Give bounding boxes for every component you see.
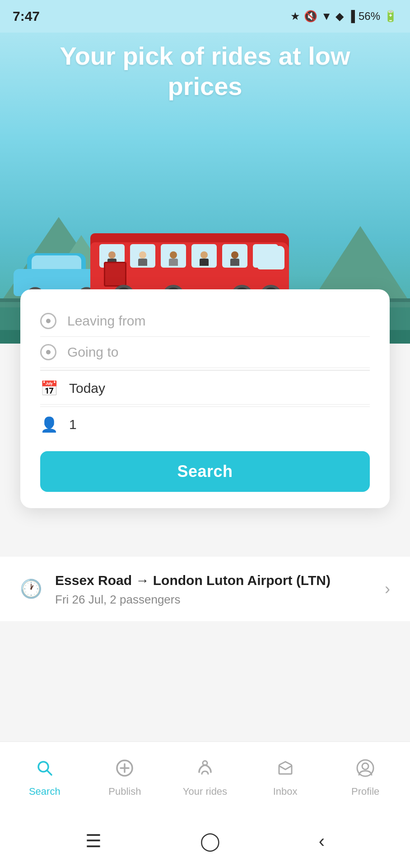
search-card: Leaving from Going to 📅 Today 👤 1 Search	[20, 289, 390, 508]
nav-item-inbox[interactable]: Inbox	[245, 754, 326, 802]
leaving-from-icon	[40, 313, 56, 329]
battery-percent: 56%	[359, 10, 380, 23]
bus-front-window	[257, 246, 284, 269]
svg-point-7	[362, 763, 368, 769]
bus-windows	[99, 242, 280, 269]
status-icons: ★ 🔇 ▼ ◆ ▐ 56% 🔋	[290, 10, 397, 23]
recent-ride[interactable]: 🕐 Essex Road → London Luton Airport (LTN…	[0, 556, 410, 621]
publish-nav-label: Publish	[108, 786, 141, 797]
hero-title: Your pick of rides at low prices	[0, 41, 410, 101]
bus-door	[104, 262, 126, 287]
passengers-count: 1	[69, 417, 77, 432]
divider-2	[40, 406, 370, 407]
svg-point-5	[203, 761, 207, 765]
android-back-btn[interactable]: ‹	[319, 831, 325, 851]
recent-ride-route: Essex Road → London Luton Airport (LTN)	[55, 571, 372, 590]
publish-nav-icon	[115, 759, 134, 782]
profile-nav-label: Profile	[351, 786, 379, 797]
location-icon: ▼	[321, 10, 332, 23]
nav-item-search[interactable]: Search	[5, 754, 85, 802]
status-bar: 7:47 ★ 🔇 ▼ ◆ ▐ 56% 🔋	[0, 0, 410, 33]
android-home-btn[interactable]: ◯	[200, 830, 220, 851]
inbox-nav-label: Inbox	[273, 786, 298, 797]
nav-item-profile[interactable]: Profile	[325, 754, 405, 802]
search-nav-icon	[35, 759, 54, 782]
going-to-field[interactable]: Going to	[40, 337, 370, 368]
sound-icon: 🔇	[304, 10, 317, 23]
your-rides-nav-icon	[196, 759, 214, 782]
your-rides-nav-label: Your rides	[183, 786, 227, 797]
going-to-icon	[40, 344, 56, 360]
battery-icon: 🔋	[384, 10, 397, 23]
profile-nav-icon	[356, 759, 375, 782]
recent-ride-info: Essex Road → London Luton Airport (LTN) …	[55, 571, 372, 607]
inbox-nav-icon	[276, 759, 295, 782]
bluetooth-icon: ★	[290, 10, 300, 23]
calendar-icon: 📅	[40, 380, 58, 397]
going-to-label: Going to	[67, 344, 118, 360]
passengers-field[interactable]: 👤 1	[40, 409, 370, 440]
passengers-icon: 👤	[40, 416, 58, 433]
search-nav-label: Search	[29, 786, 61, 797]
search-button[interactable]: Search	[40, 451, 370, 492]
bottom-nav: Search Publish Your rides	[0, 741, 410, 814]
bus-window-5	[222, 244, 247, 268]
recent-ride-details: Fri 26 Jul, 2 passengers	[55, 593, 372, 607]
status-time: 7:47	[13, 9, 40, 24]
bus-window-4	[191, 244, 217, 268]
android-menu-btn[interactable]: ☰	[85, 830, 102, 851]
svg-line-1	[47, 770, 51, 775]
wifi-icon: ◆	[335, 10, 344, 23]
leaving-from-label: Leaving from	[67, 313, 145, 329]
nav-item-your-rides[interactable]: Your rides	[165, 754, 245, 802]
divider-1	[40, 370, 370, 371]
recent-ride-icon: 🕐	[20, 578, 42, 599]
android-nav-bar: ☰ ◯ ‹	[0, 814, 410, 868]
signal-icon: ▐	[347, 10, 355, 23]
bus-window-2	[130, 244, 155, 268]
date-label: Today	[69, 381, 105, 396]
date-field[interactable]: 📅 Today	[40, 373, 370, 405]
recent-ride-arrow: ›	[385, 580, 390, 599]
bus-window-3	[161, 244, 186, 268]
leaving-from-field[interactable]: Leaving from	[40, 306, 370, 337]
nav-item-publish[interactable]: Publish	[85, 754, 165, 802]
